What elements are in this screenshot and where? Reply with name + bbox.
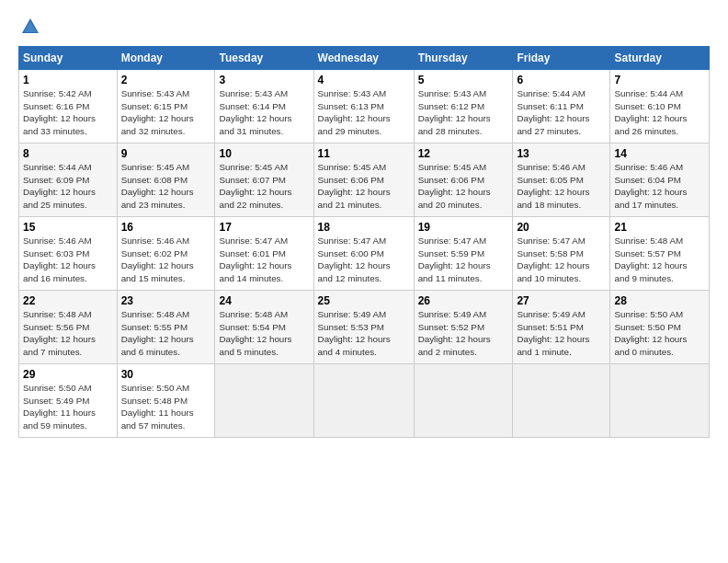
calendar-cell: 13Sunrise: 5:46 AM Sunset: 6:05 PM Dayli… [513,144,610,217]
calendar-table: SundayMondayTuesdayWednesdayThursdayFrid… [18,46,710,438]
calendar-cell: 16Sunrise: 5:46 AM Sunset: 6:02 PM Dayli… [117,217,215,291]
day-number: 20 [517,221,606,234]
day-number: 2 [121,74,211,86]
day-info: Sunrise: 5:43 AM Sunset: 6:14 PM Dayligh… [219,87,309,137]
day-number: 1 [23,74,113,86]
calendar-cell: 10Sunrise: 5:45 AM Sunset: 6:07 PM Dayli… [215,144,313,217]
calendar-cell: 26Sunrise: 5:49 AM Sunset: 5:52 PM Dayli… [414,291,513,364]
day-info: Sunrise: 5:47 AM Sunset: 6:00 PM Dayligh… [318,235,410,284]
calendar-cell [610,364,710,438]
calendar-cell: 30Sunrise: 5:50 AM Sunset: 5:48 PM Dayli… [117,364,215,438]
calendar-cell: 11Sunrise: 5:45 AM Sunset: 6:06 PM Dayli… [313,144,414,217]
header [18,17,710,37]
day-number: 13 [517,147,606,160]
day-info: Sunrise: 5:42 AM Sunset: 6:16 PM Dayligh… [23,87,113,137]
day-info: Sunrise: 5:48 AM Sunset: 5:57 PM Dayligh… [614,235,705,284]
day-number: 4 [318,74,410,86]
day-info: Sunrise: 5:45 AM Sunset: 6:07 PM Dayligh… [219,161,309,211]
calendar-cell: 19Sunrise: 5:47 AM Sunset: 5:59 PM Dayli… [414,217,513,291]
calendar-body: 1Sunrise: 5:42 AM Sunset: 6:16 PM Daylig… [19,70,710,438]
day-number: 21 [614,221,705,234]
calendar-week-row: 22Sunrise: 5:48 AM Sunset: 5:56 PM Dayli… [19,291,710,364]
calendar-week-row: 29Sunrise: 5:50 AM Sunset: 5:49 PM Dayli… [19,364,710,438]
calendar-cell: 18Sunrise: 5:47 AM Sunset: 6:00 PM Dayli… [313,217,414,291]
logo-icon [20,17,40,37]
calendar-cell [313,364,414,438]
day-of-week-header: Wednesday [313,47,414,70]
calendar-cell: 5Sunrise: 5:43 AM Sunset: 6:12 PM Daylig… [414,70,513,144]
calendar-cell: 27Sunrise: 5:49 AM Sunset: 5:51 PM Dayli… [513,291,610,364]
day-number: 11 [318,147,410,160]
day-info: Sunrise: 5:50 AM Sunset: 5:48 PM Dayligh… [121,382,211,431]
day-number: 12 [418,147,509,160]
day-number: 23 [121,294,211,307]
calendar-cell: 12Sunrise: 5:45 AM Sunset: 6:06 PM Dayli… [414,144,513,217]
calendar-cell: 23Sunrise: 5:48 AM Sunset: 5:55 PM Dayli… [117,291,215,364]
calendar-cell: 9Sunrise: 5:45 AM Sunset: 6:08 PM Daylig… [117,144,215,217]
day-number: 29 [23,368,113,381]
day-info: Sunrise: 5:43 AM Sunset: 6:15 PM Dayligh… [121,87,211,137]
day-number: 14 [614,147,705,160]
day-info: Sunrise: 5:50 AM Sunset: 5:49 PM Dayligh… [23,382,113,431]
calendar-header-row: SundayMondayTuesdayWednesdayThursdayFrid… [19,47,710,70]
day-of-week-header: Friday [513,47,610,70]
day-of-week-header: Monday [117,47,215,70]
calendar-week-row: 1Sunrise: 5:42 AM Sunset: 6:16 PM Daylig… [19,70,710,144]
calendar-cell: 3Sunrise: 5:43 AM Sunset: 6:14 PM Daylig… [215,70,313,144]
day-info: Sunrise: 5:47 AM Sunset: 5:59 PM Dayligh… [418,235,509,284]
day-info: Sunrise: 5:43 AM Sunset: 6:13 PM Dayligh… [318,87,410,137]
day-of-week-header: Sunday [19,47,118,70]
day-number: 16 [121,221,211,234]
calendar-page: SundayMondayTuesdayWednesdayThursdayFrid… [0,0,728,447]
day-info: Sunrise: 5:44 AM Sunset: 6:10 PM Dayligh… [614,87,705,137]
day-number: 25 [318,294,410,307]
day-info: Sunrise: 5:47 AM Sunset: 6:01 PM Dayligh… [219,235,309,284]
day-number: 19 [418,221,509,234]
day-info: Sunrise: 5:45 AM Sunset: 6:06 PM Dayligh… [318,161,410,211]
calendar-cell: 20Sunrise: 5:47 AM Sunset: 5:58 PM Dayli… [513,217,610,291]
calendar-cell: 8Sunrise: 5:44 AM Sunset: 6:09 PM Daylig… [19,144,118,217]
calendar-cell: 25Sunrise: 5:49 AM Sunset: 5:53 PM Dayli… [313,291,414,364]
day-info: Sunrise: 5:49 AM Sunset: 5:51 PM Dayligh… [517,308,606,358]
calendar-cell: 28Sunrise: 5:50 AM Sunset: 5:50 PM Dayli… [610,291,710,364]
calendar-cell: 24Sunrise: 5:48 AM Sunset: 5:54 PM Dayli… [215,291,313,364]
day-info: Sunrise: 5:45 AM Sunset: 6:06 PM Dayligh… [418,161,509,211]
calendar-cell [215,364,313,438]
day-of-week-header: Saturday [610,47,710,70]
day-info: Sunrise: 5:48 AM Sunset: 5:54 PM Dayligh… [219,308,309,358]
calendar-cell: 29Sunrise: 5:50 AM Sunset: 5:49 PM Dayli… [19,364,118,438]
day-info: Sunrise: 5:46 AM Sunset: 6:03 PM Dayligh… [23,235,113,284]
day-number: 15 [23,221,113,234]
day-info: Sunrise: 5:50 AM Sunset: 5:50 PM Dayligh… [614,308,705,358]
day-info: Sunrise: 5:45 AM Sunset: 6:08 PM Dayligh… [121,161,211,211]
day-info: Sunrise: 5:46 AM Sunset: 6:05 PM Dayligh… [517,161,606,211]
day-number: 26 [418,294,509,307]
day-info: Sunrise: 5:44 AM Sunset: 6:09 PM Dayligh… [23,161,113,211]
day-number: 22 [23,294,113,307]
day-info: Sunrise: 5:46 AM Sunset: 6:04 PM Dayligh… [614,161,705,211]
calendar-cell [414,364,513,438]
calendar-cell: 14Sunrise: 5:46 AM Sunset: 6:04 PM Dayli… [610,144,710,217]
calendar-cell: 6Sunrise: 5:44 AM Sunset: 6:11 PM Daylig… [513,70,610,144]
day-number: 28 [614,294,705,307]
calendar-cell: 1Sunrise: 5:42 AM Sunset: 6:16 PM Daylig… [19,70,118,144]
day-number: 3 [219,74,309,86]
calendar-cell [513,364,610,438]
day-number: 10 [219,147,309,160]
day-of-week-header: Tuesday [215,47,313,70]
day-info: Sunrise: 5:48 AM Sunset: 5:56 PM Dayligh… [23,308,113,358]
day-number: 17 [219,221,309,234]
calendar-cell: 4Sunrise: 5:43 AM Sunset: 6:13 PM Daylig… [313,70,414,144]
logo [18,17,40,37]
day-info: Sunrise: 5:47 AM Sunset: 5:58 PM Dayligh… [517,235,606,284]
calendar-week-row: 8Sunrise: 5:44 AM Sunset: 6:09 PM Daylig… [19,144,710,217]
day-info: Sunrise: 5:44 AM Sunset: 6:11 PM Dayligh… [517,87,606,137]
day-number: 7 [614,74,705,86]
day-number: 9 [121,147,211,160]
day-of-week-header: Thursday [414,47,513,70]
day-number: 6 [517,74,606,86]
day-number: 18 [318,221,410,234]
calendar-cell: 15Sunrise: 5:46 AM Sunset: 6:03 PM Dayli… [19,217,118,291]
calendar-week-row: 15Sunrise: 5:46 AM Sunset: 6:03 PM Dayli… [19,217,710,291]
calendar-cell: 21Sunrise: 5:48 AM Sunset: 5:57 PM Dayli… [610,217,710,291]
